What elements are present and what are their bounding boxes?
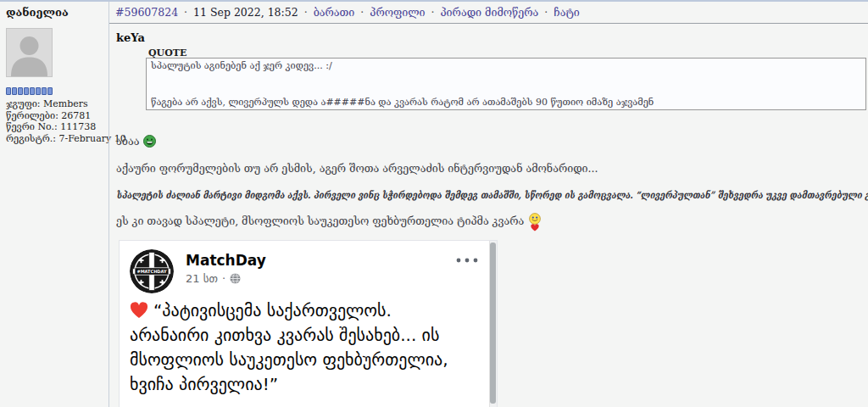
header-divider: [109, 23, 868, 24]
facebook-embed-card: #MATCHDAY MatchDay 21 სთ ·: [119, 240, 498, 407]
paragraph-text: ეს კი თავად სპალეტი, მსოფლიოს საუკეთესო …: [116, 215, 524, 227]
post-paragraph: ეს კი თავად სპალეტი, მსოფლიოს საუკეთესო …: [116, 215, 541, 231]
author-member-number: წევრი No.: 111738: [6, 121, 108, 133]
private-message-link[interactable]: პირადი მიმოწერა: [441, 6, 539, 19]
post-body-column: #59607824 · 11 Sep 2022, 18:52 · ბარათი …: [109, 2, 868, 407]
author-group: ჯგუფი: Members: [6, 98, 108, 110]
author-avatar[interactable]: [6, 28, 53, 77]
author-registration-date: რეგისტრ.: 7-February 10: [6, 133, 108, 145]
pip-icon: [24, 87, 29, 95]
post-header: #59607824 · 11 Sep 2022, 18:52 · ბარათი …: [115, 6, 580, 19]
separator-dot: ·: [304, 6, 308, 19]
smiley-heart-emoticon-icon: [529, 213, 541, 231]
post-date: 11 Sep 2022, 18:52: [193, 6, 298, 19]
scrollbar-thumb[interactable]: [490, 243, 496, 404]
pip-icon: [18, 87, 23, 95]
post-text-line: არანაირი კითხვა კვარას შესახებ... ის: [130, 323, 479, 348]
matchday-logo-icon[interactable]: #MATCHDAY: [130, 249, 174, 293]
embed-scrollbar[interactable]: [489, 241, 497, 407]
reputation-pips: [6, 87, 108, 95]
author-post-count: წერილები: 26781: [6, 110, 108, 122]
separator-dot: ·: [222, 272, 225, 285]
separator-dot: ·: [360, 6, 364, 19]
post-paragraph: აბაა: [116, 135, 156, 148]
separator-dot: ·: [184, 6, 187, 19]
pip-icon: [42, 87, 47, 95]
red-heart-emoji-icon: [130, 302, 148, 319]
post-text-line: მსოფლიოს საუკეთესო ფეხბურთელია,: [130, 348, 479, 372]
person-silhouette-icon: [7, 29, 52, 76]
quote-line: წაგება არ აქვს, ლივერპულს დედა ა#####ნა …: [151, 97, 861, 108]
pip-icon: [12, 87, 17, 95]
paragraph-text: აბაა: [116, 135, 139, 148]
post-id-link[interactable]: #59607824: [115, 6, 178, 19]
quote-block: სპალუტის აგინებენ აქ ჯერ კიდევ... :/ წაგ…: [146, 58, 866, 110]
pip-icon: [47, 87, 53, 95]
quote-line: სპალუტის აგინებენ აქ ჯერ კიდევ... :/: [151, 60, 861, 71]
ellipsis-menu-icon[interactable]: [456, 258, 478, 263]
pip-icon: [36, 87, 41, 95]
svg-text:#MATCHDAY: #MATCHDAY: [136, 269, 166, 274]
quoted-username: keYa: [116, 31, 145, 44]
author-sidebar: დანიელია ჯგუფი: Members წერილები: 26781 …: [0, 2, 108, 407]
facebook-post-text: “პატივისცემა საქართველოს. არანაირი კითხვ…: [130, 298, 479, 397]
post-time: 21 სთ: [186, 272, 218, 285]
facebook-post-meta: 21 სთ ·: [186, 272, 241, 285]
post-text-line: “პატივისცემა საქართველოს.: [153, 300, 392, 321]
author-username[interactable]: დანიელია: [6, 6, 108, 19]
profile-link[interactable]: პროფილი: [370, 6, 425, 19]
facebook-page-name[interactable]: MatchDay: [186, 252, 266, 269]
laughing-green-emoticon-icon: [143, 135, 156, 148]
separator-dot: ·: [431, 6, 435, 19]
chat-link[interactable]: ჩატი: [554, 6, 579, 19]
pip-icon: [30, 87, 35, 95]
post-paragraph-bold-italic: სპალეტის ძალიან მარტივი მიდგომა აქვს. პი…: [116, 189, 868, 201]
separator-dot: ·: [544, 6, 548, 19]
globe-icon: [230, 273, 241, 284]
card-link[interactable]: ბარათი: [314, 6, 355, 19]
forum-post-page: დანიელია ჯგუფი: Members წერილები: 26781 …: [0, 0, 868, 407]
pip-icon: [6, 87, 11, 95]
post-paragraph: აქაური ფორუმელების თუ არ ესმის, აგერ შოთ…: [116, 162, 598, 175]
post-text-line: ხვიჩა პირველია!”: [130, 372, 479, 397]
